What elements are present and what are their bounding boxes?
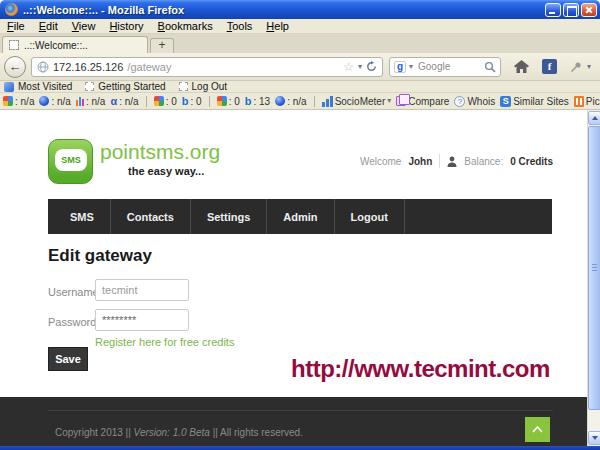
bar-chart-icon: [76, 96, 84, 106]
seo-metric-value: : 0: [229, 96, 240, 107]
bookmark-star-icon[interactable]: ☆: [343, 61, 354, 73]
bookmark-most-visited[interactable]: Most Visited: [4, 81, 72, 92]
seo-metric-value: : n/a: [86, 96, 105, 107]
facebook-button[interactable]: f: [542, 59, 557, 74]
window-controls: [545, 3, 597, 17]
back-to-top-button[interactable]: [525, 417, 550, 442]
seo-tool-sociometer[interactable]: SocioMeter ▾: [322, 96, 392, 107]
addon-pin-button[interactable]: [570, 61, 582, 73]
seo-tool-pick-me[interactable]: Pick Me: [574, 96, 600, 107]
favicon-placeholder-icon: [85, 82, 94, 91]
home-button[interactable]: [514, 60, 529, 73]
pin-icon: [570, 61, 582, 73]
bookmark-label: Getting Started: [98, 81, 165, 92]
vertical-scrollbar[interactable]: [587, 110, 600, 446]
nav-item-admin[interactable]: Admin: [267, 199, 334, 234]
bing-icon: b: [245, 95, 252, 107]
compare-pages-icon: [396, 96, 406, 106]
seo-metric-value: : 0: [191, 96, 202, 107]
search-icon[interactable]: [484, 61, 496, 73]
navigation-toolbar: ← 172.16.25.126 /gateway ☆ ▾ g ▾: [0, 53, 600, 81]
menu-bookmarks[interactable]: Bookmarks: [151, 19, 220, 33]
seo-metric-badge[interactable]: : n/a: [39, 96, 70, 107]
seo-metric-alexa[interactable]: α : n/a: [110, 95, 138, 107]
blue-badge-icon: [39, 96, 49, 106]
welcome-label: Welcome: [360, 156, 402, 167]
globe-icon[interactable]: [37, 61, 49, 73]
scrollbar-thumb[interactable]: [588, 126, 600, 410]
seo-metric-google[interactable]: : 0: [217, 96, 240, 107]
balance-label: Balance:: [464, 156, 503, 167]
menu-tools[interactable]: Tools: [220, 19, 260, 33]
url-path: /gateway: [127, 61, 171, 73]
search-input[interactable]: [416, 60, 481, 73]
brand-tagline: the easy way...: [128, 165, 220, 177]
user-icon: [447, 156, 457, 167]
engine-dropdown-icon[interactable]: ▾: [409, 63, 413, 71]
seo-metric-badge[interactable]: : n/a: [275, 96, 306, 107]
nav-item-settings[interactable]: Settings: [191, 199, 267, 234]
user-status-bar: Welcome John Balance: 0 Credits: [360, 154, 553, 168]
minimize-button[interactable]: [545, 3, 561, 17]
scroll-up-button[interactable]: [588, 111, 600, 125]
username-field[interactable]: [95, 279, 189, 301]
bookmark-log-out[interactable]: Log Out: [179, 81, 228, 92]
pointsms-page: SMS pointsms.org the easy way... Welcome…: [0, 110, 587, 446]
seo-metric-value: : n/a: [15, 96, 34, 107]
nav-item-logout[interactable]: Logout: [335, 199, 405, 234]
toolbar-overflow-icon[interactable]: ▾: [587, 63, 591, 71]
sms-logo-icon: SMS: [48, 139, 93, 184]
bookmark-getting-started[interactable]: Getting Started: [85, 81, 165, 92]
seo-tool-similar-sites[interactable]: S Similar Sites: [500, 96, 569, 107]
new-tab-button[interactable]: +: [150, 38, 174, 53]
google-engine-icon[interactable]: g: [394, 61, 406, 73]
seo-tool-compare[interactable]: Compare: [396, 96, 449, 107]
seo-metric-google[interactable]: : 0: [154, 96, 177, 107]
menu-help[interactable]: Help: [259, 19, 296, 33]
firefox-icon: [5, 3, 18, 16]
seo-metric-google[interactable]: : n/a: [3, 96, 34, 107]
maximize-button[interactable]: [563, 3, 579, 17]
close-button[interactable]: [581, 3, 597, 17]
triangle-down-icon: [592, 436, 598, 440]
seo-metric-bing[interactable]: b : 0: [182, 95, 202, 107]
window-bottom-border: [0, 446, 600, 450]
password-field[interactable]: [95, 309, 189, 331]
menu-edit[interactable]: Edit: [32, 19, 65, 33]
menu-view[interactable]: View: [65, 19, 103, 33]
bar-chart-icon: [322, 96, 333, 107]
seo-metric-chart[interactable]: : n/a: [76, 96, 105, 107]
url-dropdown-icon[interactable]: ▾: [358, 63, 362, 71]
menu-file[interactable]: File: [0, 19, 32, 33]
site-logo[interactable]: SMS pointsms.org the easy way...: [48, 139, 220, 184]
nav-item-contacts[interactable]: Contacts: [111, 199, 191, 234]
seo-metric-value: : n/a: [119, 96, 138, 107]
seo-toolbar: : n/a : n/a : n/a α : n/a : 0 b : 0 : 0: [0, 93, 600, 110]
active-tab[interactable]: ..::Welcome::..: [2, 36, 148, 53]
seo-tool-label: Compare: [408, 96, 449, 107]
copyright-suffix: || All rights reserved.: [210, 427, 303, 438]
bookmark-label: Most Visited: [18, 81, 72, 92]
google-rank-icon: [3, 96, 13, 106]
bookmarks-bar: Most Visited Getting Started Log Out: [0, 81, 600, 93]
search-box[interactable]: g ▾: [389, 57, 501, 77]
scroll-down-button[interactable]: [588, 431, 600, 445]
back-button[interactable]: ←: [4, 56, 26, 78]
url-bar[interactable]: 172.16.25.126 /gateway ☆ ▾: [31, 57, 383, 77]
save-button[interactable]: Save: [48, 347, 88, 371]
seo-tool-whois[interactable]: ? Whois: [454, 96, 495, 107]
menu-history[interactable]: History: [102, 19, 150, 33]
chevron-down-icon: ▾: [387, 97, 391, 105]
seo-tool-label: SocioMeter: [335, 96, 386, 107]
copyright-text: Copyright 2013 || Version: 1.0 Beta || A…: [55, 427, 303, 438]
register-link[interactable]: Register here for free credits: [95, 336, 234, 348]
tab-bar: ..::Welcome::.. +: [0, 34, 600, 53]
brand-name: pointsms.org: [100, 140, 220, 164]
question-circle-icon: ?: [454, 96, 465, 107]
seo-metric-bing[interactable]: b : 13: [245, 95, 270, 107]
nav-item-sms[interactable]: SMS: [54, 199, 111, 234]
reload-icon[interactable]: [366, 61, 377, 72]
separator: [439, 154, 440, 168]
pick-me-icon: [574, 96, 584, 107]
separator: [209, 96, 210, 107]
